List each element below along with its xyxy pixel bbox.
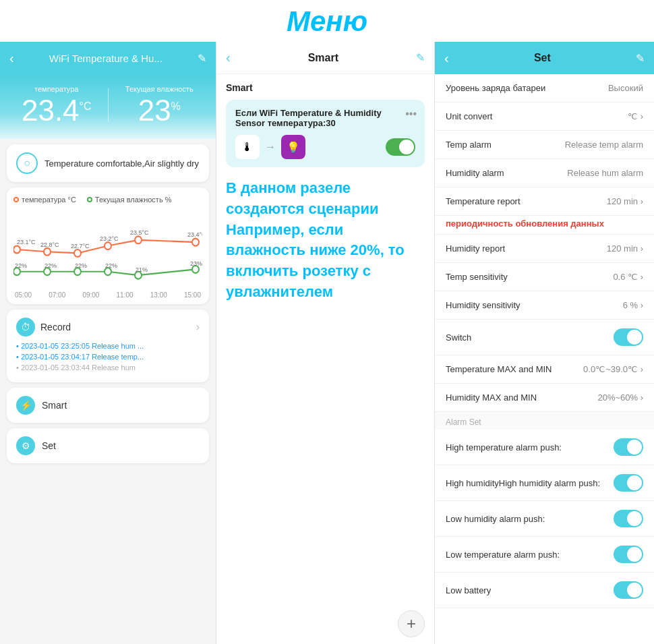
row-update-period: периодичность обновления данных bbox=[435, 216, 654, 235]
row-humidity-report[interactable]: Humidity report 120 min › bbox=[435, 235, 654, 263]
row-humidity-max-min[interactable]: Humidity MAX and MIN 20%~60% › bbox=[435, 384, 654, 412]
panel-smart: ‹ Smart ✎ Smart Если WiFi Temperature & … bbox=[216, 42, 435, 644]
panel1-title: WiFi Temperature & Hu... bbox=[49, 53, 162, 64]
add-rule-button[interactable]: + bbox=[398, 610, 425, 637]
panel2-header: ‹ Smart ✎ bbox=[216, 42, 434, 74]
flow-toggle-switch[interactable] bbox=[386, 138, 415, 156]
edit-icon-panel2[interactable]: ✎ bbox=[416, 51, 425, 64]
temperature-block: температура 23.4°C bbox=[11, 85, 102, 125]
smart-nav-icon: ⚡ bbox=[16, 396, 35, 415]
humidity-value: 23% bbox=[114, 96, 206, 125]
comfort-card: ○ Temperature comfortable,Air slightly d… bbox=[7, 144, 209, 182]
svg-text:23.2°C: 23.2°C bbox=[100, 235, 119, 242]
record-title-row: ⏱ Record bbox=[16, 318, 71, 336]
svg-point-5 bbox=[192, 239, 199, 246]
record-item-1: • 2023-01-05 23:25:05 Release hum ... bbox=[16, 342, 200, 350]
record-card[interactable]: ⏱ Record › • 2023-01-05 23:25:05 Release… bbox=[7, 310, 209, 382]
panel-set: ‹ Set ✎ Уровень заряда батареи Высокий U… bbox=[435, 42, 654, 644]
sensor-readings-area: температура 23.4°C Текущая влажность 23% bbox=[0, 74, 216, 139]
svg-point-1 bbox=[44, 248, 51, 256]
chart-legend: температура °C Текущая влажность % bbox=[13, 196, 202, 204]
back-icon-panel2[interactable]: ‹ bbox=[226, 50, 231, 65]
row-temp-report[interactable]: Temperature report 120 min › bbox=[435, 187, 654, 216]
svg-text:22%: 22% bbox=[75, 262, 88, 269]
row-battery[interactable]: Уровень заряда батареи Высокий bbox=[435, 74, 654, 103]
flow-device-icon: 🌡 bbox=[235, 135, 260, 159]
svg-text:21%: 21% bbox=[136, 265, 148, 272]
smart-rule-flow: 🌡 → 💡 bbox=[235, 135, 415, 159]
svg-point-3 bbox=[105, 242, 111, 250]
svg-point-0 bbox=[13, 246, 20, 254]
row-low-temp-alarm[interactable]: Low temperature alarm push: bbox=[435, 537, 654, 573]
add-button-container: + bbox=[216, 604, 434, 644]
flow-arrow-icon: → bbox=[265, 141, 276, 153]
svg-point-4 bbox=[135, 236, 142, 243]
row-temp-sensitivity[interactable]: Temp sensitivity 0.6 ℃ › bbox=[435, 263, 654, 291]
panel3-content: Уровень заряда батареи Высокий Unit conv… bbox=[435, 74, 654, 644]
edit-icon-panel1[interactable]: ✎ bbox=[198, 52, 206, 65]
back-icon-panel3[interactable]: ‹ bbox=[444, 51, 449, 66]
chart-area: 23.1°C 22.8°C 22.7°C 23.2°C 23.5°C 23.4°… bbox=[13, 209, 202, 290]
page-title: Меню bbox=[287, 5, 367, 37]
row-humidity-sensitivity[interactable]: Humidity sensitivity 6 % › bbox=[435, 291, 654, 320]
panel2-title: Smart bbox=[308, 52, 338, 64]
svg-point-2 bbox=[74, 250, 81, 257]
high-temp-alarm-toggle[interactable] bbox=[614, 438, 643, 456]
record-icon: ⏱ bbox=[16, 318, 35, 336]
row-humidity-alarm[interactable]: Humidity alarm Release hum alarm bbox=[435, 159, 654, 187]
smart-nav-label: Smart bbox=[42, 400, 67, 411]
row-temp-max-min[interactable]: Temperature MAX and MIN 0.0℃~39.0℃ › bbox=[435, 355, 654, 384]
smart-rule-dots[interactable]: ••• bbox=[405, 108, 417, 120]
row-low-battery[interactable]: Low battery bbox=[435, 573, 654, 608]
temperature-value: 23.4°C bbox=[11, 96, 102, 125]
readings-divider bbox=[108, 88, 109, 122]
comfort-text: Temperature comfortable,Air slightly dry bbox=[44, 158, 199, 169]
svg-text:22%: 22% bbox=[44, 262, 57, 269]
svg-text:23%: 23% bbox=[190, 260, 202, 267]
row-unit-convert[interactable]: Unit convert ℃ › bbox=[435, 103, 654, 131]
panel3-header: ‹ Set ✎ bbox=[435, 42, 654, 74]
high-humidity-alarm-toggle[interactable] bbox=[614, 474, 643, 492]
smart-rule-title: Если WiFi Temperature & Humidity Sensor … bbox=[235, 108, 415, 128]
switch-toggle[interactable] bbox=[614, 328, 643, 346]
svg-text:23.1°C: 23.1°C bbox=[17, 238, 36, 245]
page-title-bar: Меню bbox=[0, 0, 654, 42]
chart-xaxis: 05:00 07:00 09:00 11:00 13:00 15:00 bbox=[13, 291, 202, 299]
panels-container: ‹ WiFi Temperature & Hu... ✎ температура… bbox=[0, 42, 654, 644]
legend-temperature: температура °C bbox=[13, 196, 76, 204]
panel-wifi-sensor: ‹ WiFi Temperature & Hu... ✎ температура… bbox=[0, 42, 216, 644]
panel2-content: Smart Если WiFi Temperature & Humidity S… bbox=[216, 74, 434, 604]
smart-info-text: В данном разеле создаются сценарии Напри… bbox=[226, 178, 425, 303]
row-high-humidity-alarm[interactable]: High humidityHigh humidity alarm push: bbox=[435, 465, 654, 501]
flow-target-icon: 💡 bbox=[281, 135, 305, 159]
record-arrow-icon: › bbox=[196, 321, 200, 333]
row-low-humidity-alarm[interactable]: Low humidity alarm push: bbox=[435, 501, 654, 537]
smart-nav-card[interactable]: ⚡ Smart bbox=[7, 388, 209, 423]
set-nav-card[interactable]: ⚙ Set bbox=[7, 428, 209, 463]
low-temp-alarm-toggle[interactable] bbox=[614, 546, 643, 563]
row-temp-alarm[interactable]: Temp alarm Release temp alarm bbox=[435, 131, 654, 159]
smart-rule-card: Если WiFi Temperature & Humidity Sensor … bbox=[226, 100, 425, 167]
comfort-icon: ○ bbox=[16, 152, 38, 174]
row-switch[interactable]: Switch bbox=[435, 320, 654, 355]
row-high-temp-alarm[interactable]: High temperature alarm push: bbox=[435, 430, 654, 465]
svg-text:22.7°C: 22.7°C bbox=[71, 241, 90, 249]
back-icon-panel1[interactable]: ‹ bbox=[9, 51, 14, 66]
alarm-set-section: Alarm Set bbox=[435, 412, 654, 430]
record-item-2: • 2023-01-05 23:04:17 Release temp... bbox=[16, 353, 200, 361]
low-humidity-alarm-toggle[interactable] bbox=[614, 510, 643, 527]
record-label: Record bbox=[40, 322, 71, 332]
panel3-title: Set bbox=[534, 52, 551, 64]
svg-text:22.8°C: 22.8°C bbox=[40, 240, 59, 247]
humidity-block: Текущая влажность 23% bbox=[114, 85, 206, 125]
set-nav-icon: ⚙ bbox=[16, 436, 35, 455]
humidity-label: Текущая влажность bbox=[114, 85, 206, 93]
low-battery-toggle[interactable] bbox=[614, 581, 643, 599]
temperature-label: температура bbox=[11, 85, 102, 93]
edit-icon-panel3[interactable]: ✎ bbox=[636, 52, 645, 65]
smart-section-label: Smart bbox=[226, 82, 425, 93]
svg-text:23.4°C: 23.4°C bbox=[187, 231, 202, 238]
set-nav-label: Set bbox=[42, 440, 56, 451]
panel1-header: ‹ WiFi Temperature & Hu... ✎ bbox=[0, 42, 216, 74]
readings-row: температура 23.4°C Текущая влажность 23% bbox=[11, 85, 205, 125]
